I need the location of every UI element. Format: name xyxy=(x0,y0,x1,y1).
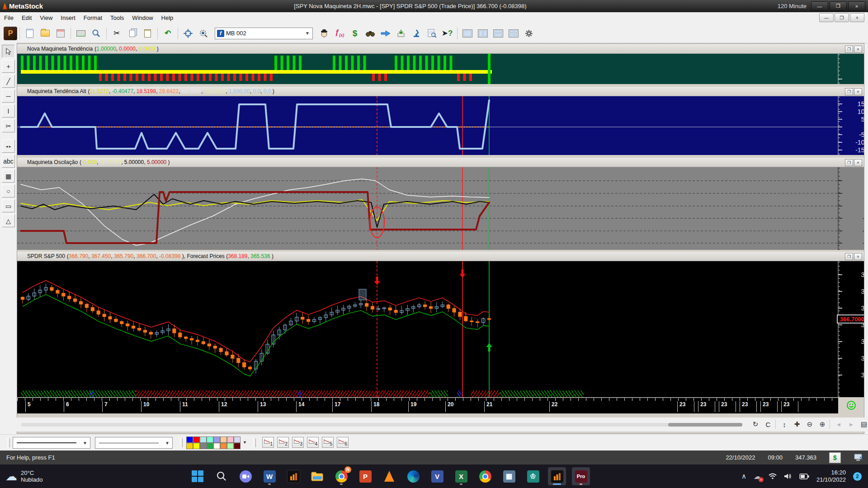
scroll-left-right[interactable]: ◂ ▸ xyxy=(2,140,15,153)
menu-help[interactable]: Help xyxy=(157,13,178,23)
open-file-button[interactable] xyxy=(38,26,52,41)
options-gear-button[interactable] xyxy=(522,26,536,41)
taskbar-excel[interactable]: X xyxy=(452,467,470,485)
trendline-tool[interactable]: ╱ xyxy=(2,75,15,88)
template-button-1[interactable]: 1 xyxy=(262,437,274,448)
cascade-windows-button[interactable] xyxy=(460,26,475,41)
undo-button[interactable]: ↶ xyxy=(160,26,175,41)
zoom-out-button[interactable]: ⊖ xyxy=(804,419,815,430)
taskbar-search[interactable] xyxy=(212,467,231,485)
print-button[interactable] xyxy=(74,26,88,41)
color-swatch[interactable] xyxy=(200,436,207,443)
print-preview-button[interactable] xyxy=(89,26,104,41)
menu-file[interactable]: File xyxy=(0,13,18,23)
wifi-icon[interactable] xyxy=(769,473,777,479)
color-swatch[interactable] xyxy=(207,436,213,443)
delete-tool[interactable]: ✂ xyxy=(2,119,15,132)
taskbar-word[interactable]: W xyxy=(260,467,278,485)
volume-icon[interactable] xyxy=(784,473,792,479)
close-button[interactable]: × xyxy=(848,1,865,11)
text-tool[interactable]: I xyxy=(2,104,15,117)
horizontal-line-tool[interactable]: ─ xyxy=(2,89,15,103)
downloader-button[interactable] xyxy=(378,26,393,41)
color-swatch[interactable] xyxy=(220,436,227,443)
zoom-in-button[interactable]: ⊕ xyxy=(817,419,828,430)
page-forward-button[interactable]: ▸ xyxy=(846,419,857,430)
power-console-button[interactable]: P xyxy=(4,27,17,40)
color-swatch[interactable] xyxy=(193,443,200,449)
menu-insert[interactable]: Insert xyxy=(57,13,80,23)
menu-window[interactable]: Window xyxy=(128,13,157,23)
tile-grid-button[interactable] xyxy=(506,26,521,41)
menu-edit[interactable]: Edit xyxy=(18,13,36,23)
color-swatch[interactable] xyxy=(213,436,220,443)
child-close-button[interactable]: × xyxy=(850,13,864,22)
panel-close-button[interactable]: × xyxy=(854,88,862,95)
child-minimize-button[interactable]: — xyxy=(819,13,834,22)
color-swatch[interactable] xyxy=(234,436,241,443)
triangle-tool[interactable]: △ xyxy=(2,214,15,227)
battery-icon[interactable] xyxy=(799,474,809,479)
panel-close-button[interactable]: × xyxy=(854,46,862,53)
context-help-button[interactable]: ➤? xyxy=(440,26,454,41)
page-back-button[interactable]: ◂ xyxy=(833,419,844,430)
toolbar-grip[interactable] xyxy=(180,438,183,447)
spdr-sp500-price-chart[interactable]: 380375370365360355350366.7000 xyxy=(17,261,864,397)
color-swatch[interactable] xyxy=(193,436,200,443)
color-swatch[interactable] xyxy=(186,436,193,443)
minimize-button[interactable]: — xyxy=(811,1,828,11)
taskbar-chess[interactable]: ♔ xyxy=(524,467,542,485)
restore-button[interactable]: ❐ xyxy=(830,1,847,11)
menu-view[interactable]: View xyxy=(36,13,57,23)
panel-restore-button[interactable]: ❐ xyxy=(845,46,853,53)
refresh-button[interactable]: ↻ xyxy=(750,419,761,430)
color-swatch[interactable] xyxy=(234,443,241,449)
template-button-4[interactable]: 4 xyxy=(307,437,319,448)
notification-badge[interactable]: 2 xyxy=(853,472,862,481)
menu-format[interactable]: Format xyxy=(80,13,106,23)
ellipse-tool[interactable]: ○ xyxy=(2,184,15,197)
collapse-c-button[interactable]: C xyxy=(763,419,774,430)
maquineta-oscilacao-chart[interactable]: 20100-10-20-30 xyxy=(17,167,864,250)
taskbar-adobe-pro[interactable]: Pro xyxy=(572,467,590,485)
save-button[interactable] xyxy=(53,26,68,41)
menu-tools[interactable]: Tools xyxy=(106,13,128,23)
color-swatch[interactable] xyxy=(227,436,234,443)
taskbar-metastock-active[interactable] xyxy=(548,467,566,485)
line-style-combo[interactable]: ▼ xyxy=(13,437,90,449)
tile-vertical-button[interactable] xyxy=(476,26,490,41)
horizontal-scrollbar[interactable] xyxy=(21,423,742,427)
copy-button[interactable] xyxy=(125,26,139,41)
nova-maquineta-tendencia-chart[interactable]: 0 xyxy=(17,54,864,84)
datalink-icon[interactable] xyxy=(854,453,864,462)
panel-restore-button[interactable]: ❐ xyxy=(845,88,853,95)
crosshair-pointer-button[interactable] xyxy=(181,26,195,41)
microscope-button[interactable] xyxy=(409,26,424,41)
panel-close-button[interactable]: × xyxy=(854,159,862,166)
taskbar-teams-chat[interactable] xyxy=(236,467,255,485)
paste-button[interactable] xyxy=(140,26,155,41)
explorer-button[interactable] xyxy=(363,26,377,41)
pointer-tool[interactable] xyxy=(2,45,15,58)
toolbar-grip[interactable] xyxy=(253,438,256,447)
cut-button[interactable]: ✂ xyxy=(109,26,124,41)
list-view-button[interactable]: ▤ xyxy=(859,419,868,430)
report-button[interactable] xyxy=(425,26,439,41)
weather-widget[interactable]: ☁ 20°C Nublado xyxy=(0,469,100,483)
palette-dropdown-icon[interactable]: ▼ xyxy=(243,440,247,445)
expert-advisor-button[interactable] xyxy=(317,26,331,41)
taskbar-chrome[interactable]: N xyxy=(332,467,350,485)
taskbar-edge[interactable] xyxy=(404,467,422,485)
taskbar-vlc[interactable] xyxy=(380,467,398,485)
taskbar-file-explorer[interactable] xyxy=(308,467,326,485)
taskbar-visio[interactable]: V xyxy=(428,467,446,485)
panel-close-button[interactable]: × xyxy=(854,253,862,260)
template-button-6[interactable]: 6 xyxy=(337,437,349,448)
color-swatch[interactable] xyxy=(213,443,220,449)
taskbar-clock[interactable]: 16:20 21/10/2022 xyxy=(816,469,846,484)
pan-button[interactable]: ✚ xyxy=(792,419,802,430)
rectangle-tool[interactable]: ▭ xyxy=(2,199,15,212)
taskbar-powerpoint[interactable]: P xyxy=(356,467,374,485)
scrollbar-thumb[interactable] xyxy=(668,423,742,427)
color-swatch[interactable] xyxy=(207,443,213,449)
